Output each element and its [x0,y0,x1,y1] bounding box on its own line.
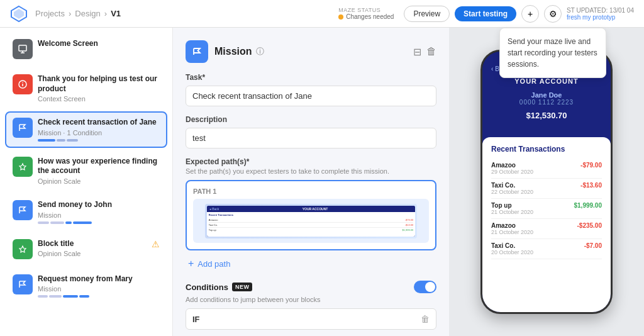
screen-subtitle: Mission · 1 Condition [38,129,160,137]
screen-subtitle: Context Screen [38,95,160,103]
copy-block-button[interactable]: ⊟ [413,46,421,58]
tx-info: Amazoo 21 October 2020 [491,222,533,235]
start-testing-button[interactable]: Start testing [455,6,516,21]
add-path-button[interactable]: + Add path [186,255,233,272]
breadcrumb-v1: V1 [111,9,121,18]
sidebar-item-block[interactable]: Block title Opinion Scale ⚠ [5,233,167,266]
breadcrumb: Projects › Design › V1 [35,9,121,18]
phone-content: ‹ Back YOUR ACCOUNT Jane Doe 0000 1112 2… [482,52,611,312]
tx-name: Taxi Co. [491,182,533,189]
path-thumb-inner: ◂ Back YOUR ACCOUNT x Recent Transaction… [205,204,418,238]
tx-name: Top up [491,202,533,209]
settings-button[interactable]: ⚙ [544,5,562,23]
tx-date: 22 October 2020 [491,189,533,195]
transactions-title: Recent Transactions [491,145,602,154]
last-updated: ST UPDATED: 13/01 04 fresh my prototyp [567,7,634,21]
task-field: Task* [186,73,436,106]
screen-title: How was your experience finding the acco… [38,157,160,176]
delete-block-button[interactable]: 🗑 [426,46,436,58]
screen-title: Block title [38,239,152,249]
opinion-icon [13,157,33,177]
block-type-icon [186,40,208,63]
refresh-link[interactable]: fresh my prototyp [567,14,615,21]
phone-balance: $12,530.70 [491,108,602,125]
phone-account-number: 0000 1112 2223 [491,99,602,106]
status-dot [338,14,343,20]
task-label: Task* [186,73,436,82]
expected-paths-section: Expected path(s)* Set the path(s) you ex… [186,157,436,272]
sidebar-item-request[interactable]: Request money from Mary Mission [5,268,167,305]
conditions-title: Conditions [186,283,228,292]
nav-right: MAZE STATUS Changes needed Preview Start… [338,5,634,23]
expected-paths-hint: Set the path(s) you expect testers to ta… [186,167,436,175]
sidebar-item-mission[interactable]: Check recent transaction of Jane Mission… [5,111,167,148]
screen-content: Welcome Screen [38,39,160,49]
tooltip-text: Send your maze live and start recording … [508,37,597,69]
sidebar-item-welcome[interactable]: Welcome Screen [5,33,167,65]
path-label: PATH 1 [193,188,429,195]
tx-row-1: Taxi Co. 22 October 2020 -$13.60 [491,179,602,199]
screen-title: Check recent transaction of Jane [38,118,160,128]
mission-icon [13,118,33,138]
path-thumbnail: ◂ Back YOUR ACCOUNT x Recent Transaction… [193,199,429,243]
block-info-icon[interactable]: ⓘ [256,46,264,57]
tx-amount: -$13.60 [580,182,602,195]
screen-content: Block title Opinion Scale [38,239,152,258]
screen-title: Send money to John [38,200,160,210]
breadcrumb-projects[interactable]: Projects [35,9,65,18]
maze-status-label: MAZE STATUS [338,7,394,13]
tx-amount: -$235.00 [577,222,602,235]
breadcrumb-design[interactable]: Design [75,9,100,18]
conditions-hint: Add conditions to jump between your bloc… [186,296,436,303]
block-header: Mission ⓘ ⊟ 🗑 [186,40,436,63]
logo[interactable] [10,5,28,23]
sidebar-item-context[interactable]: Thank you for helping us test our produc… [5,68,167,109]
phone-user-name: Jane Doe [491,91,602,99]
screen-title: Thank you for helping us test our produc… [38,74,160,94]
conditions-toggle[interactable] [414,281,436,293]
conditions-section: Conditions NEW Add conditions to jump be… [186,281,436,330]
description-field: Description [186,115,436,148]
screen-subtitle: Mission [38,211,160,219]
screen-content: How was your experience finding the acco… [38,157,160,185]
description-input[interactable] [186,128,436,148]
tx-info: Taxi Co. 20 October 2020 [491,242,533,255]
screen-content: Request money from Mary Mission [38,274,160,298]
task-input[interactable] [186,86,436,106]
sidebar-item-send[interactable]: Send money to John Mission [5,194,167,230]
tx-name: Amazoo [491,162,533,169]
phone-frame: ‹ Back YOUR ACCOUNT Jane Doe 0000 1112 2… [480,50,613,314]
if-label: IF [192,315,200,324]
request-icon [13,274,33,294]
toggle-switch[interactable] [414,281,436,293]
balance-currency: $ [526,111,530,120]
monitor-icon [13,39,33,59]
send-icon [13,200,33,220]
path-card-1[interactable]: PATH 1 ◂ Back YOUR ACCOUNT x Recent Tran… [186,180,436,250]
tx-date: 21 October 2020 [491,209,533,215]
breadcrumb-sep2: › [104,9,107,18]
status-text: Changes needed [346,13,394,20]
tx-row-2: Top up 21 October 2020 $1,999.00 [491,199,602,219]
screen-preview-bars [38,221,160,224]
preview-button[interactable]: Preview [404,6,450,22]
tooltip-popup: Send your maze live and start recording … [499,28,606,78]
tx-amount: -$79.00 [580,162,602,175]
screen-preview-bars [38,295,160,298]
if-row: IF 🗑 [186,308,436,330]
tx-amount: $1,999.00 [574,202,602,215]
tx-name: Amazoo [491,222,533,229]
screen-content: Thank you for helping us test our produc… [38,74,160,103]
add-button[interactable]: + [521,5,539,23]
transactions-area: Recent Transactions Amazoo 29 October 20… [482,137,611,312]
svg-rect-0 [19,45,26,51]
if-delete-button[interactable]: 🗑 [421,314,430,324]
sidebar-item-opinion1[interactable]: How was your experience finding the acco… [5,150,167,191]
phone-screen: ‹ Back YOUR ACCOUNT Jane Doe 0000 1112 2… [482,52,611,312]
description-label: Description [186,115,436,124]
tx-row-3: Amazoo 21 October 2020 -$235.00 [491,219,602,239]
phone-account-title: YOUR ACCOUNT [491,77,602,85]
block-actions: ⊟ 🗑 [413,46,436,58]
breadcrumb-sep1: › [69,9,71,18]
screen-preview-bars [38,139,160,142]
